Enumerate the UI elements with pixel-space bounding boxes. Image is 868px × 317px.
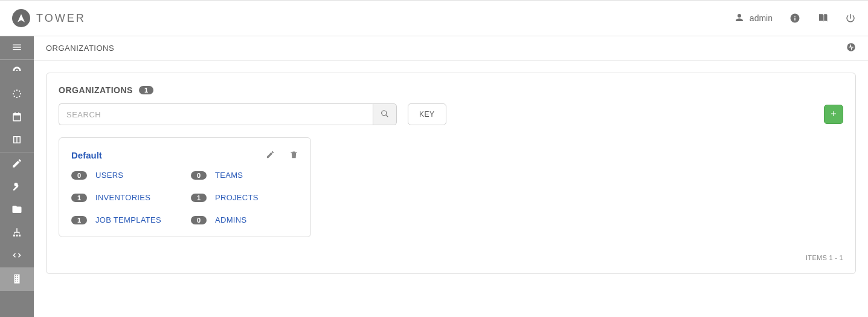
svg-point-6 — [13, 93, 14, 94]
svg-point-1 — [19, 90, 20, 91]
stat-count: 1 — [191, 194, 207, 202]
info-icon[interactable] — [789, 13, 800, 24]
building-icon — [11, 273, 22, 286]
svg-point-7 — [14, 90, 15, 91]
organizations-panel: ORGANIZATIONS 1 KEY — [46, 73, 856, 274]
stat-count: 0 — [71, 171, 87, 180]
user-icon — [734, 12, 745, 25]
stat-link-job-templates[interactable]: JOB TEMPLATES — [95, 215, 161, 224]
sidebar — [0, 36, 34, 317]
organization-name-link[interactable]: Default — [71, 150, 266, 160]
calendar-icon — [11, 111, 22, 124]
svg-point-0 — [16, 89, 18, 90]
brand[interactable]: TOWER — [12, 9, 86, 27]
stat-link-admins[interactable]: ADMINS — [215, 215, 246, 224]
dashboard-icon — [11, 65, 22, 78]
stat-users: 0 USERS — [71, 171, 179, 180]
svg-point-2 — [20, 93, 21, 94]
stat-count: 1 — [71, 194, 87, 202]
delete-organization-button[interactable] — [289, 150, 298, 161]
stat-teams: 0 TEAMS — [191, 171, 298, 180]
trash-icon — [289, 151, 298, 161]
sitemap-icon — [11, 227, 22, 240]
key-button[interactable]: KEY — [408, 103, 446, 125]
username: admin — [750, 13, 773, 23]
sidebar-item-jobs[interactable] — [0, 83, 34, 106]
stat-inventories: 1 INVENTORIES — [71, 193, 179, 202]
pencil-icon — [266, 151, 275, 161]
sidebar-item-credentials[interactable] — [0, 175, 34, 198]
code-icon — [11, 250, 22, 263]
sidebar-item-portal[interactable] — [0, 129, 34, 152]
brand-logo-icon — [12, 9, 30, 27]
spinner-icon — [11, 88, 22, 101]
sidebar-item-inventories[interactable] — [0, 221, 34, 244]
sidebar-item-inventory-scripts[interactable] — [0, 244, 34, 267]
stat-count: 0 — [191, 216, 207, 224]
edit-organization-button[interactable] — [266, 150, 275, 161]
stat-admins: 0 ADMINS — [191, 215, 298, 224]
key-icon — [11, 181, 22, 194]
stat-count: 0 — [191, 171, 207, 180]
sidebar-item-dashboard[interactable] — [0, 60, 34, 83]
columns-icon — [11, 134, 22, 147]
panel-count-badge: 1 — [139, 86, 153, 94]
svg-point-3 — [19, 96, 20, 97]
panel-header: ORGANIZATIONS 1 — [59, 85, 843, 95]
sidebar-item-projects[interactable] — [0, 198, 34, 221]
stat-count: 1 — [71, 216, 87, 224]
user-menu[interactable]: admin — [734, 12, 773, 25]
stat-job-templates: 1 JOB TEMPLATES — [71, 215, 179, 224]
stat-link-users[interactable]: USERS — [95, 171, 123, 180]
panel-footer: ITEMS 1 - 1 — [59, 254, 843, 261]
search-group — [59, 103, 397, 125]
main: ORGANIZATIONS ORGANIZATIONS 1 — [34, 36, 868, 317]
brand-name: TOWER — [36, 12, 86, 25]
power-icon[interactable] — [845, 13, 856, 24]
toolbar: KEY — [59, 103, 843, 125]
activity-stream-icon[interactable] — [846, 42, 856, 54]
search-button[interactable] — [373, 103, 397, 125]
header-right: admin — [734, 12, 856, 25]
stat-link-projects[interactable]: PROJECTS — [215, 193, 259, 202]
sidebar-item-templates[interactable] — [0, 152, 34, 175]
panel-title: ORGANIZATIONS — [59, 85, 133, 95]
breadcrumb-title: ORGANIZATIONS — [46, 44, 114, 53]
sidebar-item-organizations[interactable] — [0, 268, 34, 291]
svg-point-5 — [14, 96, 15, 97]
app-header: TOWER admin — [0, 1, 868, 36]
menu-icon — [11, 42, 22, 54]
sidebar-toggle[interactable] — [0, 36, 34, 59]
stat-link-teams[interactable]: TEAMS — [215, 171, 243, 180]
edit-icon — [11, 158, 22, 171]
svg-point-4 — [16, 96, 18, 97]
search-icon — [381, 109, 389, 120]
search-input[interactable] — [59, 103, 373, 125]
stat-link-inventories[interactable]: INVENTORIES — [95, 193, 150, 202]
folder-icon — [11, 204, 22, 217]
breadcrumb-bar: ORGANIZATIONS — [34, 36, 868, 60]
add-button[interactable] — [824, 105, 843, 124]
items-range: ITEMS 1 - 1 — [806, 254, 843, 261]
plus-icon — [829, 109, 838, 120]
stat-projects: 1 PROJECTS — [191, 193, 298, 202]
organization-card: Default — [59, 137, 311, 237]
docs-icon[interactable] — [817, 13, 828, 24]
sidebar-item-schedules[interactable] — [0, 106, 34, 129]
